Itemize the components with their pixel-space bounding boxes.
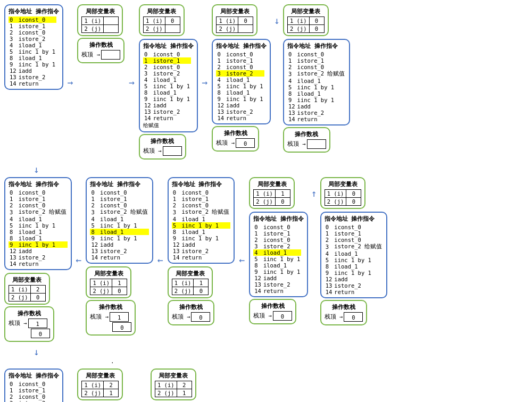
stack-top-label-1-2: 栈顶 → — [81, 51, 100, 58]
lv-title-1-2: 局部变量表 — [81, 7, 119, 15]
arrow-down-row1: ↓ — [34, 164, 528, 175]
group-1-1: 指令地址 操作指令 0iconst_0 1istore_1 2iconst_0 … — [4, 4, 63, 90]
group-2-1: 指令地址 操作指令 0iconst_0 1istore_1 2iconst_0 … — [4, 177, 72, 342]
group-3-1: 指令地址 操作指令 0iconst_0 1istore_1 2iconst_0 … — [4, 368, 63, 402]
row-1: 指令地址 操作指令 0iconst_0 1istore_1 2iconst_0 … — [4, 4, 528, 160]
op-stack-title-1-2: 操作数栈 — [81, 41, 120, 49]
arrow-3: → — [201, 77, 209, 88]
op-stack-frame-1-2: 操作数栈 栈顶 → — [77, 38, 124, 63]
local-var-frame-1-2: 局部变量表 1 (i) 2 (j) — [77, 4, 123, 36]
row-3: 指令地址 操作指令 0iconst_0 1istore_1 2iconst_0 … — [4, 368, 528, 402]
row-2: 指令地址 操作指令 0iconst_0 1istore_1 2iconst_0 … — [4, 177, 528, 342]
arrow-up-right-2: ↑ — [311, 177, 317, 199]
group-1-5: 局部变量表 1 (i)0 2 (j)0 指令地址 操作指令 0iconst_0 … — [283, 4, 351, 153]
group-3-2: 局部变量表 1 (i)2 2 (j)1 指令地址 操作指令 0iconst_0 … — [77, 368, 136, 402]
arrow-1: → — [66, 77, 74, 88]
instr-frame-1-3: 指令地址 操作指令 0iconst_0 1istore_1 2iconst_0 … — [139, 39, 198, 132]
local-var-frame-1-3: 局部变量表 1 (i)0 2 (j) — [139, 4, 185, 36]
instr-header-1-1: 指令地址 操作指令 — [9, 7, 59, 15]
group-3-3: 局部变量表 1 (i)2 2 (j)1 指令地址 操作指令 0iconst_0 … — [151, 368, 210, 402]
arrow-down-right-1: ↓ — [274, 4, 280, 26]
group-2-3: 指令地址 操作指令 0iconst_0 1istore_1 2iconst_0 … — [168, 177, 235, 325]
group-1-4: 局部变量表 1 (i)0 2 (j) 指令地址 操作指令 0iconst_0 1… — [212, 4, 271, 152]
arrow-2: → — [128, 77, 136, 88]
dot-separator: · — [111, 359, 528, 366]
group-2-5: 局部变量表 1 (i)0 2 (j)0 指令地址 操作指令 0iconst_0 … — [320, 177, 388, 325]
group-2-4: 局部变量表 1 (i)1 2 (j)0 指令地址 操作指令 0iconst_0 … — [249, 177, 308, 324]
instr-frame-1-1: 指令地址 操作指令 0iconst_0 1istore_1 2iconst_0 … — [4, 4, 63, 90]
group-1-3: 局部变量表 1 (i)0 2 (j) 指令地址 操作指令 0iconst_0 1… — [139, 4, 198, 160]
op-stack-frame-1-3: 操作数栈 栈顶 → — [139, 134, 186, 160]
group-1-2: 局部变量表 1 (i) 2 (j) 操作数栈 栈顶 → — [77, 4, 124, 63]
main-canvas: 指令地址 操作指令 0iconst_0 1istore_1 2iconst_0 … — [0, 0, 532, 402]
group-2-2: 指令地址 操作指令 0iconst_0 1istore_1 2iconst_0 … — [86, 177, 153, 336]
arrow-down-row2: ↓ — [34, 346, 528, 357]
stack-box-1-2 — [101, 50, 120, 60]
